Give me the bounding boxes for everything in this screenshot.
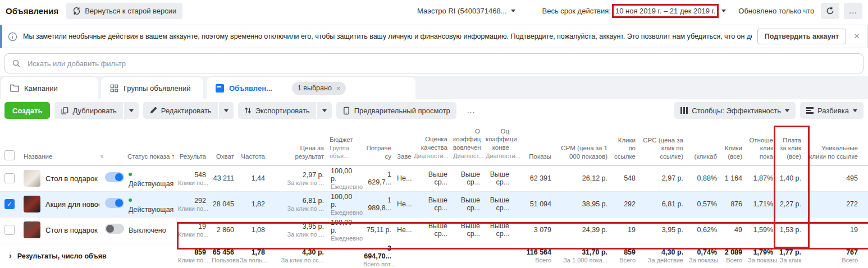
column-header-click_ratio[interactable]: Отноше клик пока — [747, 125, 778, 165]
cell-value: 876 — [723, 200, 742, 208]
export-button[interactable]: Экспортировать — [238, 102, 316, 119]
summary-cpc: 4,30 р.За действие — [640, 243, 688, 268]
ad-name-link[interactable]: Акция для новосел... — [45, 200, 99, 209]
edit-button[interactable]: Редактировать — [143, 102, 218, 119]
refresh-button[interactable] — [821, 3, 839, 19]
column-header-frequency[interactable]: Частота — [239, 125, 269, 165]
selected-count-label: 1 выбрано — [298, 84, 332, 92]
toggle-knob — [106, 225, 114, 233]
cell-link_clicks: 19 — [612, 217, 640, 243]
duplicate-button[interactable]: Дублировать — [54, 102, 122, 119]
search-input[interactable] — [26, 59, 856, 68]
ad-name-wrap: Стол в подарок — Ко... — [24, 170, 99, 187]
ads-icon — [216, 84, 224, 93]
column-header-ends[interactable]: Заве — [396, 125, 413, 165]
cell-value: 3,95 р. — [641, 226, 683, 234]
row-checkbox[interactable]: ✓ — [4, 199, 15, 209]
expand-chevron-icon[interactable]: › — [9, 251, 12, 260]
summary-value: 859 — [178, 248, 206, 256]
row-checkbox[interactable] — [4, 225, 15, 235]
account-selector[interactable]: Маэстро RI (5400371468... — [417, 7, 515, 15]
ad-name-cell: Акция для новосел... — [22, 191, 104, 217]
row-select-cell — [0, 217, 22, 243]
confirm-account-button[interactable]: Подтвердить аккаунт — [757, 29, 846, 44]
back-to-old-version-button[interactable]: Вернуться к старой версии — [66, 3, 182, 19]
create-button[interactable]: Создать — [4, 102, 50, 119]
column-header-cpc[interactable]: CPC (цена за клик по ссылке) — [640, 125, 688, 165]
column-header-cost_per_result[interactable]: Цена за результат — [269, 125, 328, 165]
summary-value: 4,30 р. — [641, 248, 683, 256]
column-header-impressions[interactable]: Показы — [514, 125, 556, 165]
breakdown-button[interactable]: Разбивка — [800, 102, 864, 119]
column-header-engagement_rate[interactable]: О коэффиц вовлеченДиагност... — [452, 125, 485, 165]
column-header-clicks_all[interactable]: Клики (все) — [721, 125, 747, 165]
cell-value: Выше ср... — [414, 222, 447, 238]
chevron-down-icon — [511, 10, 515, 12]
account-warning-banner: Мы заметили необычные действия в вашем а… — [0, 25, 868, 48]
selected-count-badge[interactable]: 1 выбрано × — [292, 82, 346, 95]
row-checkbox[interactable] — [4, 173, 15, 183]
column-header-label: CPC (цена за клик по ссылке) — [641, 136, 683, 160]
cell-cpc: 6,81 р. — [640, 191, 688, 217]
delivery-toggle[interactable] — [105, 172, 124, 182]
summary-value: 767 — [807, 248, 858, 256]
summary-link_clicks: 859Всего — [612, 243, 640, 268]
column-header-spent[interactable]: Потраче су — [362, 125, 396, 165]
column-header-label: Заве — [397, 153, 408, 160]
cell-cost_per_result: 2,97 р.За клик по ... — [269, 165, 328, 191]
cell-clicks_all: 1 164 — [721, 165, 747, 191]
column-header-cpm[interactable]: CPM (цена за 1 000 показов) — [556, 125, 612, 165]
toolbar-more-button[interactable]: ... — [461, 102, 482, 119]
actions-toolbar: Создать Дублировать Редактировать Экспор… — [0, 99, 868, 122]
chevron-down-icon — [721, 10, 726, 12]
ad-name-link[interactable]: Стол в подарок — Ко... — [45, 174, 99, 183]
column-header-unique_link_clicks[interactable]: Уникальные клики по ссылке — [806, 125, 868, 165]
cell-reach: 43 211 — [211, 165, 239, 191]
sort-icon[interactable]: ↑↓ — [100, 154, 103, 160]
columns-button[interactable]: Столбцы: Эффективность — [674, 102, 796, 119]
close-icon[interactable]: × — [854, 31, 860, 42]
close-icon[interactable]: × — [336, 84, 341, 93]
status-label: Действующая — [129, 180, 173, 188]
cell-budget: 100,00 р.Ежедневно — [328, 217, 362, 243]
column-header-status[interactable]: Статус показа ↑ — [126, 125, 177, 165]
column-header-name[interactable]: Название↑↓ — [22, 125, 104, 165]
search-icon — [12, 59, 21, 68]
active-status-dot — [129, 198, 132, 202]
cell-ends: Не... — [396, 217, 413, 243]
top-bar: Объявления Вернуться к старой версии Маэ… — [0, 0, 868, 21]
cell-value: Не... — [397, 226, 408, 234]
tab-adsets[interactable]: Группы объявлений — [101, 77, 203, 99]
tab-campaigns[interactable]: Кампании — [1, 77, 98, 99]
more-button[interactable]: ... — [844, 3, 862, 19]
summary-sub: За 1 000 пока... — [557, 257, 607, 264]
column-header-results[interactable]: Результа — [177, 125, 211, 165]
delivery-toggle[interactable] — [105, 198, 124, 208]
delivery-toggle[interactable] — [105, 224, 124, 234]
export-dropdown[interactable] — [317, 102, 332, 119]
cell-value: 2 860 — [212, 226, 234, 234]
summary-value: 3 694,70... — [363, 244, 391, 260]
ad-name-link[interactable]: Стол в подарок — [45, 226, 98, 234]
summary-value: 859 — [613, 248, 636, 256]
preview-button[interactable]: Предварительный просмотр — [336, 102, 456, 119]
cell-value: 1,08 — [240, 226, 265, 234]
preview-label: Предварительный просмотр — [354, 107, 450, 115]
summary-clicks_all: 2 089Всего — [721, 243, 747, 268]
column-header-ctr[interactable]: (кликаб — [688, 125, 721, 165]
tab-ads[interactable]: Объявлен... 1 выбрано × — [207, 77, 415, 99]
summary-ctr: 0,74%За показы — [688, 243, 721, 268]
column-header-conversion_rate[interactable]: Оц коэффици конвеДиагности... — [485, 125, 514, 165]
column-header-budget[interactable]: БюджетГруппа объя... — [328, 125, 362, 165]
column-header-link_clicks[interactable]: Клики по ссылке — [612, 125, 640, 165]
column-header-quality[interactable]: Оценка качестваДиагности... — [413, 125, 452, 165]
cell-value: Выше ср... — [486, 170, 509, 186]
date-range-selector[interactable]: Весь срок действия: 10 ноя 2019 г. – 21 … — [542, 4, 727, 18]
chevron-down-icon — [853, 109, 857, 112]
edit-dropdown[interactable] — [219, 102, 234, 119]
select-all-checkbox[interactable] — [4, 150, 15, 160]
summary-sub: За действие — [641, 257, 683, 264]
column-header-pay_per_click[interactable]: Плата за клик (все) — [778, 125, 806, 165]
column-header-reach[interactable]: Охват — [211, 125, 239, 165]
duplicate-dropdown[interactable] — [124, 102, 139, 119]
